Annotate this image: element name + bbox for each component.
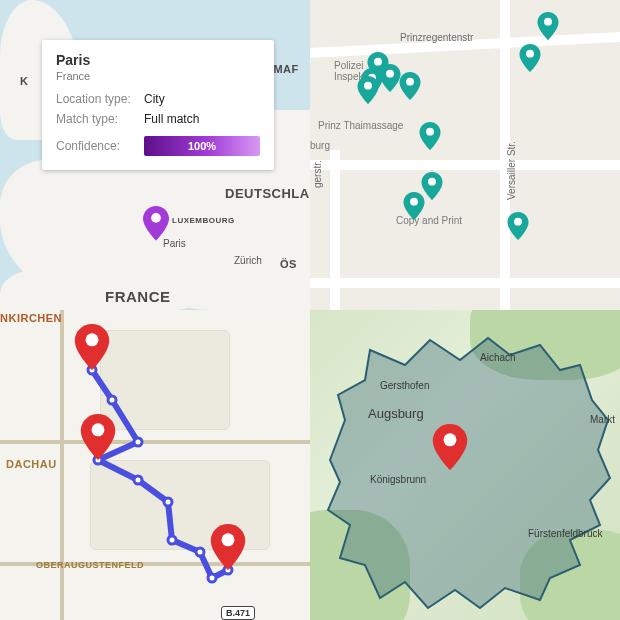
map-pin-poi[interactable]: [507, 212, 529, 240]
map-pin-poi[interactable]: [399, 72, 421, 100]
map-isochrone[interactable]: Augsburg Gersthofen Aichach Markt Königs…: [310, 310, 620, 620]
confidence-bar: 100%: [144, 136, 260, 156]
info-title: Paris: [56, 52, 260, 68]
street: [330, 150, 340, 310]
city-label-zurich: Zürich: [234, 255, 262, 266]
svg-point-22: [86, 333, 99, 346]
city-label: Gersthofen: [380, 380, 429, 391]
city-label-augsburg: Augsburg: [368, 406, 424, 421]
city-label: Aichach: [480, 352, 516, 363]
svg-point-8: [428, 178, 436, 186]
svg-point-18: [168, 536, 176, 544]
route-waypoint-pin[interactable]: [210, 524, 246, 570]
route-waypoint-pin[interactable]: [74, 324, 110, 370]
street: [310, 160, 620, 170]
svg-point-25: [444, 433, 457, 446]
svg-point-23: [92, 423, 105, 436]
country-label-partial: K: [20, 75, 28, 87]
map-route[interactable]: NKIRCHEN Dachau Oberaugustenfeld B.471: [0, 310, 310, 620]
poi-label: Prinz Thaimassage: [318, 120, 403, 131]
svg-point-5: [406, 78, 414, 86]
route-waypoint-pin[interactable]: [80, 414, 116, 460]
svg-point-16: [134, 476, 142, 484]
city-label: Königsbrunn: [370, 474, 426, 485]
map-pin-poi[interactable]: [537, 12, 559, 40]
poi-label: burg: [310, 140, 330, 151]
map-poi-cluster[interactable]: Prinzregentenstr gerstr. Versailler Str.…: [310, 0, 620, 310]
map-pin-paris[interactable]: [143, 206, 169, 240]
info-key: Match type:: [56, 112, 144, 126]
landmass: [0, 270, 120, 310]
map-geocode-paris[interactable]: Deutschland France Luxembourg KMAF K ÖS …: [0, 0, 310, 310]
svg-point-17: [164, 498, 172, 506]
isochrone-center-pin[interactable]: [432, 424, 468, 470]
info-val: City: [144, 92, 165, 106]
svg-point-19: [196, 548, 204, 556]
country-label-germany: Deutschland: [225, 186, 310, 201]
svg-point-10: [514, 218, 522, 226]
country-label-luxembourg: Luxembourg: [172, 216, 235, 225]
svg-point-0: [151, 213, 161, 223]
street-name: Prinzregentenstr: [400, 32, 473, 43]
country-label-france: France: [105, 288, 171, 305]
svg-point-9: [410, 198, 418, 206]
info-subtitle: France: [56, 70, 260, 82]
svg-point-3: [386, 70, 394, 78]
street-name: gerstr.: [312, 160, 323, 188]
map-pin-poi[interactable]: [357, 76, 379, 104]
info-key: Location type:: [56, 92, 144, 106]
city-label: Fürstenfeldbruck: [528, 528, 602, 539]
country-label-partial: ÖS: [280, 258, 297, 270]
svg-point-7: [526, 50, 534, 58]
svg-point-1: [544, 18, 552, 26]
street-name: Versailler Str.: [506, 141, 517, 200]
map-pin-poi[interactable]: [403, 192, 425, 220]
svg-point-14: [134, 438, 142, 446]
route-overlay: [0, 310, 310, 620]
info-key: Confidence:: [56, 139, 144, 153]
geocode-info-card: Paris France Location type: City Match t…: [42, 40, 274, 170]
svg-point-11: [426, 128, 434, 136]
map-pin-poi[interactable]: [519, 44, 541, 72]
city-label: Markt: [590, 414, 615, 425]
svg-point-6: [364, 82, 372, 90]
info-val: Full match: [144, 112, 199, 126]
map-pin-poi[interactable]: [419, 122, 441, 150]
svg-point-24: [222, 533, 235, 546]
svg-point-20: [208, 574, 216, 582]
street: [310, 278, 620, 288]
svg-point-13: [108, 396, 116, 404]
